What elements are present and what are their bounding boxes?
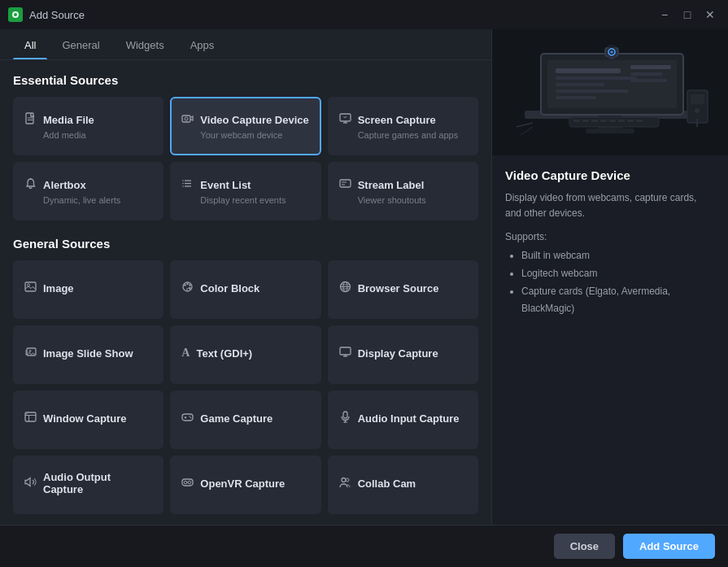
svg-rect-78 xyxy=(618,120,625,122)
svg-point-55 xyxy=(342,478,346,482)
preview-area xyxy=(492,29,728,155)
footer: Close Add Source xyxy=(0,525,728,567)
svg-point-26 xyxy=(190,284,191,286)
app-icon xyxy=(8,7,23,22)
tab-widgets[interactable]: Widgets xyxy=(115,29,176,59)
close-button[interactable]: Close xyxy=(554,534,615,559)
screen-icon xyxy=(339,112,351,127)
svg-point-48 xyxy=(190,417,192,419)
svg-rect-80 xyxy=(636,120,643,122)
label-icon xyxy=(339,177,351,192)
source-text-gdi[interactable]: A Text (GDI+) xyxy=(170,325,320,384)
source-stream-label[interactable]: Stream Label Viewer shoutouts xyxy=(328,162,478,220)
svg-rect-63 xyxy=(556,68,621,73)
source-name-audio-output: Audio Output Capture xyxy=(43,471,152,495)
svg-rect-79 xyxy=(627,120,634,122)
globe-icon xyxy=(339,281,351,295)
source-display-capture[interactable]: Display Capture xyxy=(328,325,478,384)
add-source-button[interactable]: Add Source xyxy=(623,534,715,559)
source-audio-input[interactable]: Audio Input Capture xyxy=(328,390,478,449)
svg-point-17 xyxy=(183,185,185,187)
svg-point-24 xyxy=(185,284,186,286)
source-name-text-gdi: Text (GDI+) xyxy=(196,347,252,360)
source-desc-video-capture: Your webcam device xyxy=(181,130,309,140)
svg-rect-6 xyxy=(182,116,190,122)
svg-point-16 xyxy=(183,183,185,185)
support-item-1: Built in webcam xyxy=(521,247,715,265)
essential-grid: Media File Add media Video Cap xyxy=(13,97,478,220)
general-section-title: General Sources xyxy=(13,237,478,251)
svg-point-7 xyxy=(185,117,188,120)
source-name-display-capture: Display Capture xyxy=(358,347,438,360)
source-color-block[interactable]: Color Block xyxy=(170,260,320,319)
image-icon xyxy=(24,281,37,295)
svg-rect-37 xyxy=(340,347,351,355)
svg-rect-69 xyxy=(630,65,671,69)
source-desc-media-file: Add media xyxy=(24,130,152,140)
svg-rect-71 xyxy=(630,79,667,82)
essential-section-title: Essential Sources xyxy=(13,73,478,87)
source-name-alertbox: Alertbox xyxy=(43,179,86,191)
source-openvr[interactable]: OpenVR Capture xyxy=(170,456,320,514)
left-panel: All General Widgets Apps Essential Sourc… xyxy=(0,29,492,525)
svg-point-53 xyxy=(185,481,188,484)
svg-rect-21 xyxy=(25,282,36,291)
detail-title: Video Capture Device xyxy=(505,168,715,182)
window-icon xyxy=(24,411,37,425)
source-alertbox[interactable]: Alertbox Dynamic, live alerts xyxy=(13,162,163,220)
svg-rect-64 xyxy=(556,76,637,80)
title-bar: Add Source − □ ✕ xyxy=(0,0,728,29)
camera-icon xyxy=(181,112,194,127)
gamepad-icon xyxy=(181,411,194,425)
source-image[interactable]: Image xyxy=(13,260,163,319)
source-name-image: Image xyxy=(43,282,74,294)
text-icon: A xyxy=(181,347,190,360)
source-name-video-capture: Video Capture Device xyxy=(200,114,308,126)
svg-rect-49 xyxy=(343,412,347,418)
source-name-audio-input: Audio Input Capture xyxy=(358,412,460,425)
minimize-button[interactable]: − xyxy=(655,5,674,24)
tab-apps[interactable]: Apps xyxy=(179,29,226,59)
supports-list: Built in webcam Logitech webcam Capture … xyxy=(505,247,715,317)
tabs-bar: All General Widgets Apps xyxy=(0,29,491,60)
source-name-color-block: Color Block xyxy=(200,282,259,294)
source-name-media-file: Media File xyxy=(43,114,94,126)
source-screen-capture[interactable]: Screen Capture Capture games and apps xyxy=(328,97,478,155)
source-name-stream-label: Stream Label xyxy=(358,179,425,191)
source-event-list[interactable]: Event List Display recent events xyxy=(170,162,320,220)
close-button[interactable]: ✕ xyxy=(700,5,720,24)
supports-label: Supports: xyxy=(505,231,715,242)
source-video-capture[interactable]: Video Capture Device Your webcam device xyxy=(170,97,320,155)
tab-general[interactable]: General xyxy=(50,29,111,59)
main-content: All General Widgets Apps Essential Sourc… xyxy=(0,29,728,525)
svg-rect-77 xyxy=(609,120,616,122)
source-collab-cam[interactable]: Collab Cam xyxy=(328,456,478,514)
collab-icon xyxy=(339,476,351,491)
source-game-capture[interactable]: Game Capture xyxy=(170,390,320,449)
svg-rect-74 xyxy=(582,120,589,122)
source-browser[interactable]: Browser Source xyxy=(328,260,478,319)
svg-point-2 xyxy=(14,13,17,16)
tab-all[interactable]: All xyxy=(13,29,47,59)
preview-illustration xyxy=(492,29,728,155)
svg-point-28 xyxy=(187,288,190,291)
source-media-file[interactable]: Media File Add media xyxy=(13,97,163,155)
source-name-game-capture: Game Capture xyxy=(200,412,272,425)
source-audio-output[interactable]: Audio Output Capture xyxy=(13,456,163,514)
detail-area: Video Capture Device Display video from … xyxy=(492,155,728,525)
source-image-slideshow[interactable]: Image Slide Show xyxy=(13,325,163,384)
svg-point-43 xyxy=(26,413,27,414)
vr-icon xyxy=(181,476,194,491)
file-icon xyxy=(24,112,37,127)
source-desc-stream-label: Viewer shoutouts xyxy=(339,195,467,205)
maximize-button[interactable]: □ xyxy=(678,5,697,24)
images-icon xyxy=(24,346,37,360)
source-list: Essential Sources Media File xyxy=(0,60,491,525)
speaker-icon xyxy=(24,476,37,491)
source-name-collab-cam: Collab Cam xyxy=(358,478,416,490)
detail-desc: Display video from webcams, capture card… xyxy=(505,190,715,221)
source-window-capture[interactable]: Window Capture xyxy=(13,390,163,449)
window-title: Add Source xyxy=(29,9,655,21)
source-desc-event-list: Display recent events xyxy=(181,195,309,205)
source-name-event-list: Event List xyxy=(200,179,251,191)
